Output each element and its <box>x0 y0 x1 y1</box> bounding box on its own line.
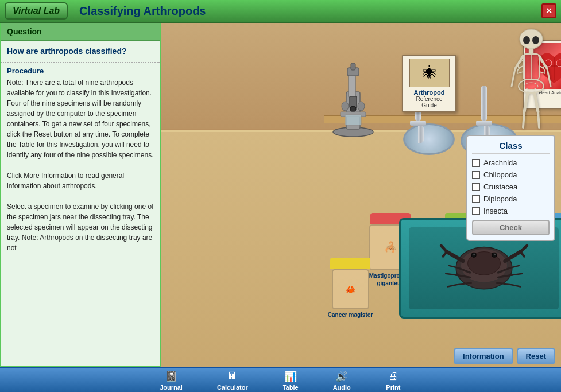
class-option-crustacea[interactable]: Crustacea <box>472 183 550 191</box>
svg-line-40 <box>443 252 447 257</box>
class-label-diplopoda: Diplopoda <box>483 195 517 203</box>
information-button[interactable]: Information <box>454 348 513 364</box>
jar-lid <box>330 258 370 269</box>
audio-label: Audio <box>333 384 351 391</box>
svg-line-49 <box>447 285 458 287</box>
class-label-crustacea: Crustacea <box>483 183 517 191</box>
svg-line-24 <box>512 69 515 86</box>
svg-point-36 <box>473 254 475 255</box>
svg-point-17 <box>532 36 539 44</box>
footer-item-audio[interactable]: 🔊 Audio <box>333 370 351 391</box>
page-title: Classifying Arthropods <box>79 5 206 18</box>
checkbox-chilopoda[interactable] <box>472 171 480 179</box>
svg-line-53 <box>512 274 522 275</box>
svg-line-43 <box>520 252 524 257</box>
svg-point-22 <box>524 83 538 90</box>
procedure-text: Note: There are a total of nine arthropo… <box>7 77 154 253</box>
svg-line-28 <box>523 112 524 127</box>
checkbox-arachnida[interactable] <box>472 159 480 167</box>
svg-rect-18 <box>529 48 533 54</box>
class-option-insecta[interactable]: Insecta <box>472 207 550 215</box>
bottom-action-bar: Information Reset <box>454 348 555 364</box>
table-icon: 📊 <box>283 370 299 383</box>
print-label: Print <box>386 384 400 391</box>
svg-point-21 <box>519 79 544 93</box>
table-label: Table <box>283 384 299 391</box>
print-icon: 🖨 <box>385 370 401 383</box>
footer-item-journal[interactable]: 📓 Journal <box>160 370 183 391</box>
class-label-arachnida: Arachnida <box>483 158 517 167</box>
svg-line-27 <box>524 93 528 112</box>
reset-button[interactable]: Reset <box>517 348 555 364</box>
checkbox-insecta[interactable] <box>472 207 480 215</box>
microscope <box>330 57 379 138</box>
calculator-icon: 🖩 <box>225 370 241 383</box>
svg-point-15 <box>520 29 543 49</box>
ref-subtitle2: Guide <box>406 102 452 108</box>
crab-specimen <box>435 231 533 305</box>
check-button[interactable]: Check <box>472 220 550 235</box>
jar-glass: 🦀 <box>332 269 369 309</box>
left-panel: Question How are arthropods classified? … <box>0 23 161 367</box>
main-content: Question How are arthropods classified? … <box>0 23 561 367</box>
svg-line-26 <box>547 69 551 86</box>
audio-icon: 🔊 <box>334 370 350 383</box>
footer-item-calculator[interactable]: 🖩 Calculator <box>217 370 248 391</box>
svg-rect-10 <box>345 115 361 125</box>
procedure-title: Procedure <box>7 67 154 75</box>
footer-item-print[interactable]: 🖨 Print <box>385 370 401 391</box>
class-label-insecta: Insecta <box>483 207 508 215</box>
lab-scene: 🕷 Arthropod Reference Guide Heart Anatom… <box>161 23 561 367</box>
svg-line-29 <box>535 93 538 112</box>
checkbox-diplopoda[interactable] <box>472 195 480 203</box>
svg-point-7 <box>342 102 349 111</box>
question-header: Question <box>1 23 160 41</box>
app-logo: Virtual Lab <box>5 2 68 20</box>
skeleton-decoration <box>506 29 555 129</box>
question-text: How are arthropods classified? <box>1 41 160 63</box>
svg-point-37 <box>494 254 496 255</box>
reference-guide[interactable]: 🕷 Arthropod Reference Guide <box>402 55 456 112</box>
svg-line-30 <box>538 112 539 127</box>
checkbox-crustacea[interactable] <box>472 183 480 191</box>
svg-line-55 <box>509 285 520 287</box>
class-option-chilopoda[interactable]: Chilopoda <box>472 170 550 179</box>
class-label-chilopoda: Chilopoda <box>483 170 517 179</box>
header: Virtual Lab Classifying Arthropods ✕ <box>0 0 561 23</box>
jar-label: Cancer magister <box>327 311 373 319</box>
ref-subtitle: Reference <box>406 96 452 102</box>
footer-toolbar: 📓 Journal 🖩 Calculator 📊 Table 🔊 Audio 🖨… <box>0 367 561 392</box>
footer-item-table[interactable]: 📊 Table <box>283 370 299 391</box>
svg-line-39 <box>441 246 447 252</box>
question-label: Question <box>7 27 42 36</box>
svg-point-16 <box>523 36 530 44</box>
calculator-label: Calculator <box>217 384 248 391</box>
close-button[interactable]: ✕ <box>541 3 556 18</box>
svg-point-6 <box>350 106 356 112</box>
specimen-jar-cancer[interactable]: 🦀 Cancer magister <box>327 258 373 319</box>
svg-line-42 <box>520 246 527 252</box>
class-panel: Class Arachnida Chilopoda Crustacea Dipl… <box>466 135 555 241</box>
class-option-arachnida[interactable]: Arachnida <box>472 158 550 167</box>
class-panel-title: Class <box>472 141 550 154</box>
svg-line-47 <box>446 274 456 275</box>
svg-rect-4 <box>351 63 355 70</box>
class-option-diplopoda[interactable]: Diplopoda <box>472 195 550 203</box>
journal-icon: 📓 <box>163 370 179 383</box>
ref-title: Arthropod <box>406 89 452 96</box>
spider-image: 🕷 <box>409 59 450 87</box>
journal-label: Journal <box>160 384 183 391</box>
procedure-scroll-area[interactable]: Procedure Note: There are a total of nin… <box>1 63 160 366</box>
svg-point-8 <box>358 102 365 111</box>
